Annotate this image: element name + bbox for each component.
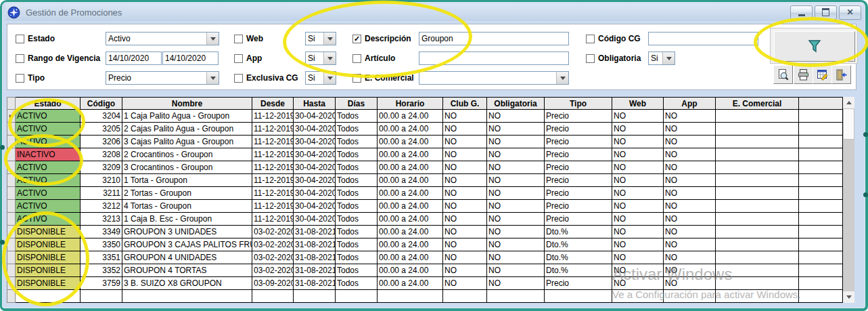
- vertical-scrollbar[interactable]: [843, 97, 854, 303]
- cell-horario[interactable]: 00.00 a 24.00: [378, 187, 443, 200]
- cell-horario[interactable]: 00.00 a 24.00: [378, 239, 443, 251]
- cell-obligatoria[interactable]: NO: [487, 200, 545, 213]
- scroll-down-button[interactable]: [843, 291, 854, 303]
- cell-horario[interactable]: 00.00 a 24.00: [378, 174, 443, 187]
- cell-e_comercial[interactable]: [716, 213, 799, 226]
- cell-horario[interactable]: 00.00 a 24.00: [378, 148, 443, 161]
- cell-obligatoria[interactable]: NO: [487, 251, 545, 264]
- obligatoria-select[interactable]: Si: [648, 51, 675, 65]
- cell-codigo[interactable]: 3205: [81, 123, 122, 136]
- cell-codigo[interactable]: 3211: [81, 187, 122, 200]
- cell-codigo[interactable]: 3206: [81, 136, 122, 148]
- table-row[interactable]: ACTIVO32101 Torta - Groupon11-12-201930-…: [7, 174, 843, 187]
- row-selector[interactable]: [7, 148, 16, 161]
- web-checkbox[interactable]: [234, 35, 243, 43]
- cell-tipo[interactable]: Dto.%: [545, 251, 612, 264]
- cell-estado[interactable]: ACTIVO: [16, 136, 81, 148]
- table-row[interactable]: ►ACTIVO32041 Caja Palito Agua - Groupon1…: [7, 110, 843, 123]
- cell-nombre[interactable]: 1 Caja B. Esc - Groupon: [122, 213, 252, 226]
- chevron-down-icon[interactable]: [323, 72, 336, 84]
- cell-hasta[interactable]: [294, 303, 336, 304]
- print-button[interactable]: [794, 65, 813, 84]
- cell-club_g[interactable]: NO: [443, 277, 487, 290]
- cell-dias[interactable]: Todos: [336, 213, 378, 226]
- cell-hasta[interactable]: 30-04-2020: [294, 123, 336, 136]
- cell-estado[interactable]: ACTIVO: [16, 174, 81, 187]
- cell-dias[interactable]: Todos: [336, 148, 378, 161]
- cell-tipo[interactable]: Dto.%: [545, 239, 612, 251]
- cell-codigo[interactable]: 3350: [81, 239, 122, 251]
- cell-codigo[interactable]: 3213: [81, 213, 122, 226]
- cell-horario[interactable]: 00.00 a 24.00: [378, 200, 443, 213]
- cell-web[interactable]: NO: [612, 148, 664, 161]
- cell-desde[interactable]: 03-09-2020: [252, 277, 294, 290]
- cell-codigo[interactable]: 3204: [81, 110, 122, 123]
- cell-club_g[interactable]: NO: [443, 161, 487, 174]
- cell-obligatoria[interactable]: NO: [487, 148, 545, 161]
- cell-nombre[interactable]: 2 Tortas - Groupon: [122, 187, 252, 200]
- cell-desde[interactable]: 11-12-2019: [252, 187, 294, 200]
- cell-tipo[interactable]: [545, 303, 612, 304]
- row-selector[interactable]: [7, 264, 16, 277]
- cell-club_g[interactable]: NO: [443, 174, 487, 187]
- cell-obligatoria[interactable]: NO: [487, 187, 545, 200]
- cell-dias[interactable]: Todos: [336, 277, 378, 290]
- maximize-button[interactable]: [815, 5, 837, 20]
- tipo-checkbox[interactable]: [16, 74, 24, 83]
- web-select[interactable]: Si: [305, 32, 336, 45]
- table-empty-row[interactable]: [7, 303, 843, 304]
- cell-horario[interactable]: 00.00 a 24.00: [378, 213, 443, 226]
- cell-tipo[interactable]: Precio: [545, 110, 612, 123]
- cell-tipo[interactable]: [545, 290, 612, 303]
- cell-hasta[interactable]: 31-08-2021: [294, 277, 336, 290]
- cell-codigo[interactable]: 3210: [81, 174, 122, 187]
- header-hasta[interactable]: Hasta: [294, 98, 336, 110]
- chevron-down-icon[interactable]: [662, 52, 675, 64]
- tipo-select[interactable]: Precio: [106, 71, 219, 85]
- cell-dias[interactable]: Todos: [336, 123, 378, 136]
- row-selector[interactable]: [7, 239, 16, 251]
- cell-e_comercial[interactable]: [716, 303, 799, 304]
- cell-web[interactable]: NO: [612, 226, 664, 239]
- cell-club_g[interactable]: NO: [443, 123, 487, 136]
- cell-estado[interactable]: [16, 303, 81, 304]
- cell-e_comercial[interactable]: [716, 239, 799, 251]
- cell-estado[interactable]: DISPONIBLE: [16, 239, 81, 251]
- ecomercial-checkbox[interactable]: [352, 74, 361, 83]
- row-selector[interactable]: [7, 277, 16, 290]
- close-button[interactable]: ✕: [839, 5, 861, 20]
- cell-app[interactable]: NO: [664, 110, 716, 123]
- exclusiva-select[interactable]: Si: [305, 71, 336, 85]
- cell-app[interactable]: NO: [664, 226, 716, 239]
- cell-hasta[interactable]: 30-04-2020: [294, 136, 336, 148]
- cell-hasta[interactable]: 31-08-2021: [294, 251, 336, 264]
- cell-desde[interactable]: 03-02-2020: [252, 264, 294, 277]
- row-selector[interactable]: [7, 123, 16, 136]
- cell-nombre[interactable]: 3 Crocantinos - Groupon: [122, 161, 252, 174]
- cell-club_g[interactable]: [443, 303, 487, 304]
- cell-club_g[interactable]: NO: [443, 213, 487, 226]
- cell-obligatoria[interactable]: [487, 303, 545, 304]
- cell-web[interactable]: [612, 303, 664, 304]
- codigocg-checkbox[interactable]: [586, 35, 595, 43]
- cell-estado[interactable]: DISPONIBLE: [16, 226, 81, 239]
- cell-estado[interactable]: ACTIVO: [16, 213, 81, 226]
- cell-desde[interactable]: 11-12-2019: [252, 174, 294, 187]
- cell-web[interactable]: NO: [612, 239, 664, 251]
- cell-hasta[interactable]: [294, 290, 336, 303]
- cell-hasta[interactable]: 30-04-2020: [294, 187, 336, 200]
- header-club-g[interactable]: Club G.: [443, 98, 487, 110]
- cell-horario[interactable]: 00.00 a 24.00: [378, 136, 443, 148]
- cell-dias[interactable]: Todos: [336, 136, 378, 148]
- header-web[interactable]: Web: [612, 98, 664, 110]
- cell-horario[interactable]: 00.00 a 24.00: [378, 110, 443, 123]
- chevron-down-icon[interactable]: [206, 33, 219, 45]
- cell-web[interactable]: NO: [612, 136, 664, 148]
- table-row[interactable]: ACTIVO32112 Tortas - Groupon11-12-201930…: [7, 187, 843, 200]
- cell-e_comercial[interactable]: [716, 251, 799, 264]
- cell-tipo[interactable]: Precio: [545, 200, 612, 213]
- cell-estado[interactable]: ACTIVO: [16, 200, 81, 213]
- cell-estado[interactable]: DISPONIBLE: [16, 251, 81, 264]
- cell-app[interactable]: NO: [664, 136, 716, 148]
- cell-app[interactable]: NO: [664, 251, 716, 264]
